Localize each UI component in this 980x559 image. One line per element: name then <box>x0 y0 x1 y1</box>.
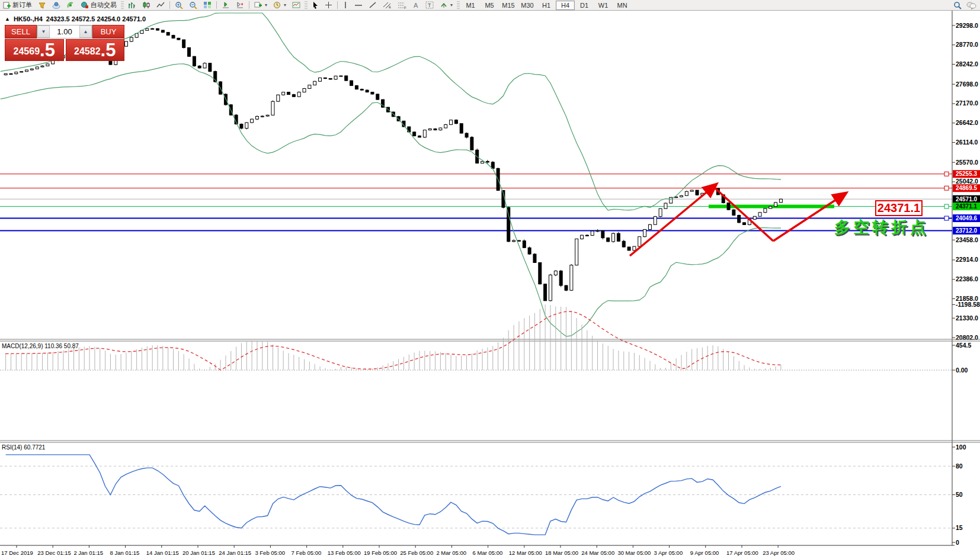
equidistant-channel-button[interactable]: E <box>380 1 395 9</box>
periods-caret: ▾ <box>284 2 286 8</box>
svg-text:13 Feb 05:00: 13 Feb 05:00 <box>328 550 361 556</box>
text-label-icon: T <box>425 1 434 9</box>
zoom-in-icon <box>175 1 183 9</box>
vertical-line-button[interactable] <box>340 1 351 9</box>
buy-button[interactable]: BUY <box>92 25 124 38</box>
toolbar-grip <box>305 1 308 9</box>
signals-icon <box>66 1 75 9</box>
add-indicator-caret: ▾ <box>265 2 267 8</box>
sell-price-frac: .5 <box>40 41 55 59</box>
svg-text:6 Mar 05:00: 6 Mar 05:00 <box>473 550 503 556</box>
fibonacci-icon: F <box>398 1 406 9</box>
toolbar-grip <box>457 1 460 9</box>
autotrading-button[interactable]: 自动交易 <box>78 1 120 9</box>
candlestick-chart-button[interactable] <box>139 1 153 9</box>
templates-button[interactable] <box>289 1 303 9</box>
macd-indicator-label: MACD(12,26,9) 110.36 50.87 <box>2 343 79 349</box>
svg-text:23 Dec 01:15: 23 Dec 01:15 <box>37 550 71 556</box>
text-button[interactable]: A <box>409 1 422 9</box>
svg-text:29298.0: 29298.0 <box>956 22 978 29</box>
svg-text:22386.0: 22386.0 <box>956 275 978 282</box>
chart-shift-button[interactable] <box>233 1 247 9</box>
svg-text:22914.0: 22914.0 <box>956 256 978 263</box>
collapse-quotes-icon[interactable]: ▲ <box>5 16 10 22</box>
timeframe-button-m5[interactable]: M5 <box>480 1 499 10</box>
market-icon <box>38 1 46 9</box>
timeframe-button-mn[interactable]: MN <box>613 1 632 10</box>
text-icon: A <box>412 1 419 9</box>
add-indicator-button[interactable]: ▾ <box>251 1 270 9</box>
svg-text:50: 50 <box>956 491 963 498</box>
buy-price-button[interactable]: 24582 .5 <box>66 39 125 61</box>
chat-icon[interactable] <box>966 1 976 9</box>
crosshair-icon <box>325 1 332 9</box>
community-icon <box>52 1 60 9</box>
signals-button[interactable] <box>63 1 78 9</box>
new-order-button[interactable]: 新订单 <box>0 1 35 9</box>
arrows-caret: ▾ <box>450 2 453 8</box>
volume-input[interactable]: 1.00 <box>50 25 79 38</box>
volume-increase-button[interactable]: ▲ <box>79 25 92 38</box>
tile-windows-button[interactable] <box>200 1 214 9</box>
trendline-button[interactable] <box>366 1 380 9</box>
timeframe-button-w1[interactable]: W1 <box>594 1 613 10</box>
sell-price-main: 24569 <box>14 44 40 59</box>
svg-text:14 Jan 01:15: 14 Jan 01:15 <box>146 550 179 556</box>
periods-button[interactable]: ▾ <box>270 1 289 9</box>
bar-chart-button[interactable] <box>125 1 139 9</box>
svg-text:100: 100 <box>956 444 966 451</box>
svg-text:26114.0: 26114.0 <box>956 139 978 146</box>
market-button[interactable] <box>35 1 49 9</box>
horizontal-line-button[interactable] <box>351 1 366 9</box>
svg-text:26642.0: 26642.0 <box>956 119 978 126</box>
zoom-out-button[interactable] <box>186 1 200 9</box>
volume-stepper: ▼ 1.00 ▲ <box>37 25 92 38</box>
timeframe-button-d1[interactable]: D1 <box>575 1 594 10</box>
mt4-window: 新订单 自动交易 <box>0 0 980 559</box>
svg-text:23458.0: 23458.0 <box>956 236 978 243</box>
symbol-period-label: HK50-,H4 <box>14 15 43 23</box>
timeframe-button-m1[interactable]: M1 <box>461 1 480 10</box>
svg-text:20802.0: 20802.0 <box>956 334 978 341</box>
volume-decrease-button[interactable]: ▼ <box>37 25 50 38</box>
crosshair-button[interactable] <box>322 1 335 9</box>
svg-text:21330.0: 21330.0 <box>956 314 978 322</box>
svg-text:24571.0: 24571.0 <box>956 196 978 203</box>
line-chart-button[interactable] <box>153 1 168 9</box>
autotrading-label: 自动交易 <box>91 1 117 9</box>
svg-text:27170.0: 27170.0 <box>956 99 978 107</box>
fibonacci-button[interactable]: F <box>395 1 409 9</box>
timeframe-button-h4[interactable]: H4 <box>556 1 575 10</box>
templates-icon <box>292 1 300 9</box>
timeframe-button-m15[interactable]: M15 <box>499 1 518 10</box>
svg-text:17 Dec 2019: 17 Dec 2019 <box>1 550 33 556</box>
chart-ohlc-header: ▲ HK50-,H4 24323.5 24572.5 24254.0 24571… <box>5 15 146 23</box>
svg-text:2 Jan 01:15: 2 Jan 01:15 <box>73 550 103 556</box>
sell-button[interactable]: SELL <box>5 25 37 38</box>
turning-point-annotation[interactable]: 多空转折点 <box>834 217 929 238</box>
timeframe-button-h1[interactable]: H1 <box>537 1 556 10</box>
arrows-button[interactable]: ▾ <box>437 1 456 9</box>
auto-scroll-button[interactable] <box>219 1 233 9</box>
zoom-in-button[interactable] <box>172 1 186 9</box>
price-callout-box[interactable]: 24371.1 <box>875 200 923 216</box>
sell-price-button[interactable]: 24569 .5 <box>5 39 64 61</box>
toolbar-right-group <box>953 1 980 9</box>
toolbar-grip <box>121 1 124 9</box>
cursor-button[interactable] <box>309 1 322 9</box>
timeframe-button-m30[interactable]: M30 <box>518 1 537 10</box>
search-icon[interactable] <box>953 1 962 9</box>
equidistant-channel-icon: E <box>383 1 392 9</box>
line-chart-icon <box>156 1 165 9</box>
chart-canvas[interactable]: 29298.028770.028242.027698.027170.026642… <box>0 0 980 559</box>
timeframe-toolbar: M1M5M15M30H1H4D1W1MN <box>461 1 632 10</box>
community-button[interactable] <box>49 1 63 9</box>
new-order-label: 新订单 <box>12 1 32 9</box>
horizontal-line-icon <box>354 1 363 9</box>
chart-shift-icon <box>236 1 244 9</box>
svg-text:T: T <box>428 2 431 8</box>
text-label-button[interactable]: T <box>422 1 437 9</box>
top-toolbar: 新订单 自动交易 <box>0 0 980 11</box>
bar-chart-icon <box>128 1 136 9</box>
svg-text:24371.1: 24371.1 <box>956 203 978 210</box>
